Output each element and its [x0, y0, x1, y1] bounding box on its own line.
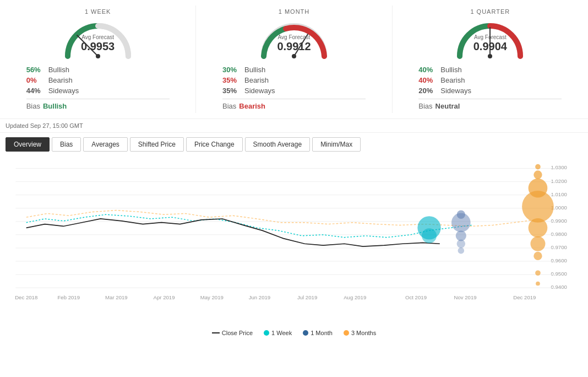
svg-text:May 2019: May 2019 [200, 294, 224, 300]
period-label-1month: 1 MONTH [279, 8, 310, 15]
bearish-label-1month: Bearish [244, 76, 269, 84]
tab-minim-max[interactable]: Minim/Max [312, 137, 361, 152]
avg-forecast-value-1week: 0.9953 [59, 40, 137, 53]
tab-shifted-price[interactable]: Shifted Price [130, 137, 184, 152]
sideways-row-1quarter: 20% Sideways [418, 85, 562, 96]
bullish-label-1quarter: Bullish [440, 66, 461, 74]
gauge-1week: Avg Forecast 0.9953 [59, 18, 137, 59]
bias-row-1quarter: Bias Neutral [418, 102, 562, 110]
bearish-row-1month: 35% Bearish [222, 75, 366, 85]
legend-close-price-label: Close Price [222, 330, 253, 336]
sideways-row-1week: 44% Sideways [26, 85, 170, 96]
legend-1month-icon [303, 330, 308, 336]
svg-text:1.0300: 1.0300 [551, 164, 567, 170]
gauge-1month: Avg Forecast 0.9912 [255, 18, 333, 59]
bullish-label-1month: Bullish [244, 66, 265, 74]
update-bar: Updated Sep 27, 15:00 GMT [0, 119, 588, 133]
forecast-card-1week: 1 WEEK Avg Forecast 0.9953 56% Bullis [0, 6, 196, 113]
svg-text:0.9500: 0.9500 [551, 271, 567, 277]
sideways-label-1week: Sideways [48, 87, 79, 95]
svg-text:0.9900: 0.9900 [551, 218, 567, 224]
tab-averages[interactable]: Averages [83, 137, 127, 152]
gauge-text-1week: Avg Forecast 0.9953 [59, 34, 137, 53]
sideways-pct-1week: 44% [26, 87, 48, 95]
bias-label-1month: Bias [222, 102, 236, 110]
bias-row-1month: Bias Bearish [222, 102, 366, 110]
sideways-pct-1month: 35% [222, 87, 244, 95]
bearish-label-1quarter: Bearish [440, 76, 465, 84]
tab-smooth-average[interactable]: Smooth Average [245, 137, 311, 152]
bullish-pct-1month: 30% [222, 66, 244, 74]
forecast-card-1quarter: 1 QUARTER Avg Forecast 0.9904 40% Bullis… [393, 6, 588, 113]
svg-text:0.9400: 0.9400 [551, 284, 567, 290]
bubble-3month-7 [533, 252, 542, 260]
chart-area: 1.0300 1.0200 1.0100 1.0000 0.9900 0.980… [0, 156, 588, 327]
forecast-card-1month: 1 MONTH Avg Forecast 0.9912 30% Bullish [196, 6, 392, 113]
forecast-section: 1 WEEK Avg Forecast 0.9953 56% Bullis [0, 0, 588, 119]
svg-text:Feb 2019: Feb 2019 [57, 294, 80, 300]
bubble-1week-oct2 [422, 228, 437, 243]
svg-text:0.9700: 0.9700 [551, 244, 567, 250]
legend-close-price: Close Price [212, 330, 253, 336]
bubble-3month-5 [529, 218, 548, 238]
bullish-row-1quarter: 40% Bullish [418, 64, 562, 75]
stats-1month: 30% Bullish 35% Bearish 35% Sideways Bia… [222, 64, 366, 110]
bearish-pct-1week: 0% [26, 76, 48, 84]
period-label-1week: 1 WEEK [85, 8, 111, 15]
svg-text:1.0100: 1.0100 [551, 191, 567, 197]
svg-text:0.9600: 0.9600 [551, 257, 567, 263]
bias-value-1quarter: Neutral [435, 102, 460, 110]
bias-label-1week: Bias [26, 102, 40, 110]
stats-1week: 56% Bullish 0% Bearish 44% Sideways Bias… [26, 64, 170, 110]
bearish-label-1week: Bearish [48, 76, 73, 84]
tab-bias[interactable]: Bias [52, 137, 81, 152]
stats-1quarter: 40% Bullish 40% Bearish 20% Sideways Bia… [418, 64, 562, 110]
svg-text:Oct 2019: Oct 2019 [405, 294, 427, 300]
gauge-text-1quarter: Avg Forecast 0.9904 [451, 34, 529, 53]
update-text: Updated Sep 27, 15:00 GMT [6, 122, 83, 129]
legend-1month-label: 1 Month [311, 330, 333, 336]
bullish-row-1week: 56% Bullish [26, 64, 170, 75]
bearish-row-1week: 0% Bearish [26, 75, 170, 85]
svg-text:Apr 2019: Apr 2019 [154, 294, 175, 300]
sideways-pct-1quarter: 20% [418, 87, 440, 95]
svg-text:Dec 2018: Dec 2018 [15, 294, 37, 300]
avg-forecast-label-1quarter: Avg Forecast [451, 34, 529, 40]
bubble-3month-4 [522, 191, 554, 223]
legend-1week: 1 Week [264, 330, 292, 336]
svg-text:0.9800: 0.9800 [551, 231, 567, 237]
bias-row-1week: Bias Bullish [26, 102, 170, 110]
bubble-3month-6 [530, 236, 545, 251]
gauge-text-1month: Avg Forecast 0.9912 [255, 34, 333, 53]
tab-price-change[interactable]: Price Change [186, 137, 243, 152]
sideways-label-1quarter: Sideways [440, 87, 471, 95]
legend-3months-icon [344, 330, 349, 336]
legend-1week-icon [264, 330, 269, 336]
bubble-1month-5 [458, 247, 465, 254]
avg-forecast-value-1month: 0.9912 [255, 40, 333, 53]
bias-value-1month: Bearish [239, 102, 265, 110]
period-label-1quarter: 1 QUARTER [470, 8, 510, 15]
bubble-1month-4 [457, 240, 465, 248]
sideways-row-1month: 35% Sideways [222, 85, 366, 96]
tab-overview[interactable]: Overview [6, 137, 50, 152]
svg-point-5 [488, 54, 492, 58]
bullish-pct-1quarter: 40% [418, 66, 440, 74]
svg-point-3 [292, 54, 296, 58]
avg-forecast-label-1week: Avg Forecast [59, 34, 137, 40]
bearish-pct-1month: 35% [222, 76, 244, 84]
bias-value-1week: Bullish [43, 102, 67, 110]
legend-3months-label: 3 Months [351, 330, 376, 336]
svg-point-1 [96, 54, 100, 58]
bubble-1month-2 [451, 213, 471, 232]
bubble-3month-1 [535, 164, 541, 170]
svg-text:Mar 2019: Mar 2019 [105, 294, 128, 300]
bias-label-1quarter: Bias [418, 102, 432, 110]
svg-text:Jul 2019: Jul 2019 [297, 294, 317, 300]
avg-forecast-value-1quarter: 0.9904 [451, 40, 529, 53]
svg-text:Jun 2019: Jun 2019 [249, 294, 271, 300]
bubble-3month-2 [533, 170, 542, 179]
chart-legend: Close Price 1 Week 1 Month 3 Months [0, 327, 588, 339]
svg-text:Nov 2019: Nov 2019 [454, 294, 476, 300]
svg-text:1.0200: 1.0200 [551, 178, 567, 184]
